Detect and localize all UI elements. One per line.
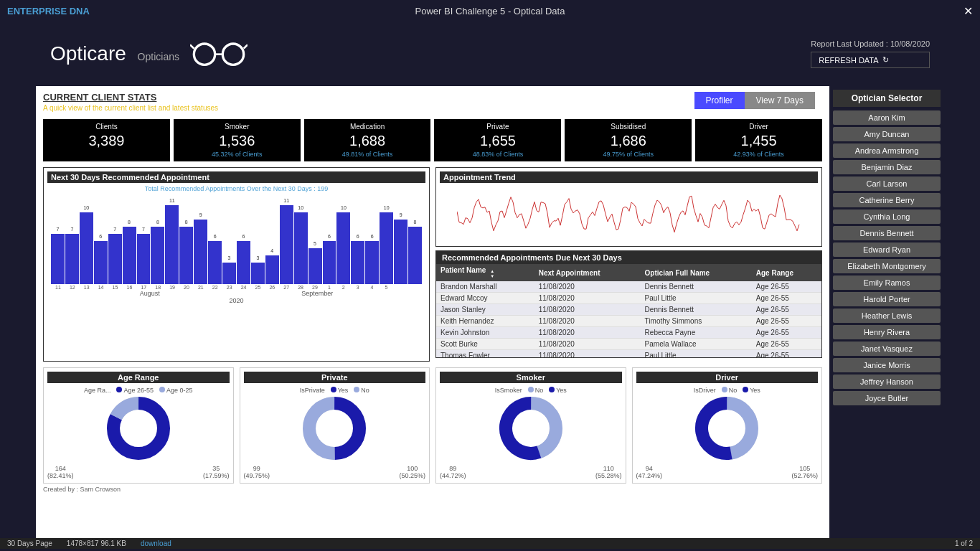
bar: 10	[336, 212, 350, 284]
glasses-icon	[190, 35, 248, 73]
section-subtitle: A quick view of the current client list …	[43, 104, 218, 112]
sidebar-item[interactable]: Catherine Berry	[833, 193, 941, 207]
bar-wrapper: 3	[251, 263, 265, 284]
bar: 7	[51, 234, 65, 284]
bar: 6	[237, 241, 250, 284]
x-label: 13	[80, 285, 94, 290]
top-title: Power BI Challenge 5 - Optical Data	[415, 6, 565, 17]
bar-wrapper: 6	[365, 241, 379, 284]
x-axis: 1112131415161718192021222324252627282912…	[47, 285, 425, 290]
sidebar-items: Aaron KimAmy DuncanAndrea ArmstrongBenja…	[833, 110, 941, 405]
cell-age: Age 26-55	[752, 339, 821, 350]
cell-date: 11/08/2020	[534, 327, 641, 339]
table-title: Recommended Appointments Due Next 30 Day…	[436, 251, 821, 264]
bar: 6	[351, 241, 364, 284]
x-label: 22	[208, 285, 222, 290]
cell-optician: Dennis Bennett	[641, 281, 752, 293]
sidebar-item[interactable]: Henry Rivera	[833, 325, 941, 339]
x-label: 14	[94, 285, 108, 290]
donuts-row: Age Range Age Ra... Age 26-55Age 0-25 16…	[43, 367, 822, 484]
x-label	[407, 285, 422, 290]
sidebar-item[interactable]: Heather Lewis	[833, 309, 941, 323]
donut-legend: IsPrivate YesNo	[244, 387, 426, 394]
cell-optician: Paul Little	[641, 350, 752, 358]
sidebar-item[interactable]: Cynthia Long	[833, 209, 941, 224]
opticians-label: Opticians	[138, 51, 179, 62]
x-label: 3	[351, 285, 365, 290]
table-row: Edward Mccoy 11/08/2020 Paul Little Age …	[436, 293, 821, 304]
sidebar-item[interactable]: Joyce Butler	[833, 391, 941, 405]
stat-label: Driver	[697, 123, 820, 131]
cell-optician: Dennis Bennett	[641, 304, 752, 316]
col-patient: Patient Name ▲▼	[436, 264, 534, 281]
sidebar-item[interactable]: Dennis Bennett	[833, 226, 941, 240]
donut-title: Driver	[636, 372, 819, 383]
sidebar-item[interactable]: Emily Ramos	[833, 276, 941, 290]
bar-wrapper: 9	[194, 220, 207, 284]
cell-optician: Pamela Wallace	[641, 339, 752, 350]
close-icon[interactable]: ✕	[963, 4, 973, 18]
stat-value: 1,655	[436, 133, 559, 149]
donut-box: Smoker IsSmoker NoYes 89(44.72%) 110(55.…	[435, 367, 626, 484]
stat-pct: 45.32% of Clients	[176, 151, 298, 158]
x-label: 15	[108, 285, 123, 290]
cell-date: 11/08/2020	[534, 339, 641, 350]
col-appointment: Next Appointment	[534, 264, 641, 281]
header: Opticare Opticians Report Last Updated :…	[36, 22, 944, 86]
sidebar-item[interactable]: Harold Porter	[833, 292, 941, 306]
bar-wrapper: 10	[336, 212, 350, 284]
donut-stats: 94(47.24%) 105(52.76%)	[636, 465, 819, 479]
sidebar-item[interactable]: Jeffrey Hanson	[833, 375, 941, 389]
view7days-button[interactable]: View 7 Days	[745, 92, 815, 109]
table-header-row: Patient Name ▲▼ Next Appointment Opticia…	[436, 264, 821, 281]
stats-header: CURRENT CLIENT STATS A quick view of the…	[43, 92, 218, 118]
bar: 6	[208, 241, 222, 284]
footer-bar: 30 Days Page 1478×817 96.1 KB download 1…	[0, 538, 980, 549]
donut-box: Private IsPrivate YesNo 99(49.75%) 100(5…	[240, 367, 430, 484]
profiler-button[interactable]: Profiler	[694, 92, 745, 109]
month-aug: August	[140, 290, 160, 297]
x-label	[393, 285, 407, 290]
download-link[interactable]: download	[141, 540, 171, 547]
bar-wrapper: 11	[280, 205, 293, 284]
stat-card: Clients 3,389	[43, 119, 170, 161]
bar-wrapper: 7	[108, 234, 122, 284]
sidebar-item[interactable]: Amy Duncan	[833, 127, 941, 141]
legend-item: Age 26-55	[116, 387, 154, 394]
bar: 8	[151, 227, 164, 284]
stat-card: Subsidised 1,686 49.75% of Clients	[565, 119, 692, 161]
x-label: 5	[379, 285, 393, 290]
bar: 9	[394, 220, 407, 284]
sidebar-item[interactable]: Janice Morris	[833, 358, 941, 372]
stat-pct: 48.83% of Clients	[436, 151, 559, 158]
donut-container	[440, 396, 622, 463]
x-label: 26	[265, 285, 279, 290]
sidebar-item[interactable]: Edward Ryan	[833, 242, 941, 257]
bar-wrapper: 5	[308, 248, 322, 284]
x-label: 16	[122, 285, 136, 290]
sidebar-item[interactable]: Janet Vasquez	[833, 342, 941, 356]
stat-pct: 49.75% of Clients	[567, 151, 689, 158]
sidebar-item[interactable]: Benjamin Diaz	[833, 160, 941, 174]
cell-age: Age 26-55	[752, 350, 821, 358]
bar-chart-subtitle: Total Recommended Appointments Over the …	[47, 185, 425, 192]
bar-wrapper: 6	[237, 241, 250, 284]
bar: 5	[308, 248, 322, 284]
bar-wrapper: 3	[222, 263, 236, 284]
sidebar-item[interactable]: Andrea Armstrong	[833, 143, 941, 158]
cell-age: Age 26-55	[752, 316, 821, 327]
cell-patient: Edward Mccoy	[436, 293, 534, 304]
sidebar-item[interactable]: Carl Larson	[833, 176, 941, 191]
main-content: CURRENT CLIENT STATS A quick view of the…	[36, 86, 829, 538]
bar-wrapper: 11	[165, 205, 179, 284]
footer-filesize: 1478×817 96.1 KB	[67, 540, 126, 547]
cell-date: 11/08/2020	[534, 293, 641, 304]
sidebar-item[interactable]: Elizabeth Montgomery	[833, 259, 941, 273]
refresh-button[interactable]: REFRESH DATA ↻	[811, 52, 930, 68]
top-logo: ENTERPRISE DNA	[7, 6, 90, 17]
donut-svg	[106, 396, 171, 461]
donut-svg	[302, 396, 367, 461]
bar-wrapper: 8	[151, 227, 164, 284]
cell-age: Age 26-55	[752, 327, 821, 339]
sidebar-item[interactable]: Aaron Kim	[833, 110, 941, 125]
